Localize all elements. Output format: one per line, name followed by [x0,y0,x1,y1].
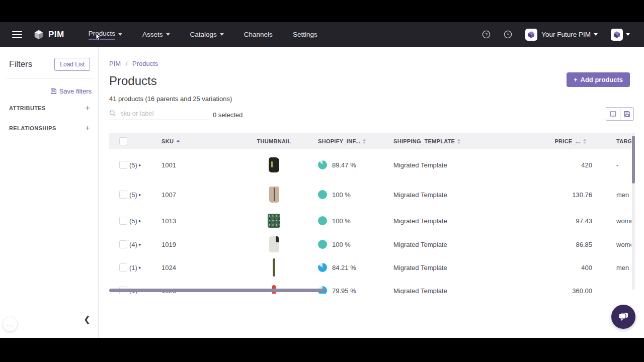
plus-icon[interactable]: + [85,125,90,132]
sidebar-section-relationships[interactable]: RELATIONSHIPS+ [0,118,98,138]
price-cell: 420 [517,161,593,169]
column-label: PRICE_... [554,138,581,144]
chevron-down-icon [626,33,630,36]
row-checkbox[interactable] [119,263,127,272]
shopify-info-cell: 100 % [318,190,393,199]
row-checkbox[interactable] [119,191,127,199]
expand-row-icon[interactable]: ▸ [139,162,141,167]
nav-item-label: Channels [244,31,273,38]
plus-icon[interactable]: + [85,105,90,112]
vertical-scrollbar[interactable] [632,136,635,184]
shopify-info-cell: 84.21 % [318,263,393,272]
save-filters-label: Save filters [59,87,92,95]
chat-support-button[interactable] [611,305,635,329]
row-count-cell: (5)▸ [129,161,162,169]
sort-ascending-icon [176,140,180,142]
column-header-shipping-template[interactable]: SHIPPING_TEMPLATE [393,138,517,144]
thumbnail-cell [230,258,318,277]
product-count-summary: 41 products (16 parents and 25 variation… [109,95,232,103]
column-header-sku[interactable]: SKU [162,138,230,144]
sort-icon [583,139,586,144]
help-icon[interactable]: ? [482,30,491,39]
row-count-cell: (4)▸ [129,241,162,248]
svg-text:?: ? [485,32,488,37]
search-bar [109,107,209,120]
sku-cell: 1013 [162,217,230,225]
completeness-value: 100 % [332,241,351,248]
user-menu[interactable] [611,29,630,41]
row-checkbox[interactable] [119,217,127,225]
sku-cell: 1001 [162,161,230,169]
price-cell: 130.76 [517,191,593,199]
row-checkbox[interactable] [119,161,127,169]
workspace-label: Your Future PIM [541,31,591,38]
filters-title: Filters [9,59,32,69]
product-thumbnail [273,258,275,277]
product-thumbnail [269,236,279,252]
target-cell: men [593,264,631,272]
search-icon [109,110,116,117]
columns-icon [610,111,616,117]
workspace-avatar [525,29,537,41]
table-row[interactable]: (5)▸100189.47 %Migrated Template420- [109,149,631,180]
expand-row-icon[interactable]: ▸ [139,218,141,223]
thumbnail-cell [230,214,318,228]
breadcrumb-root-link[interactable]: PIM [109,60,121,67]
save-filters-link[interactable]: Save filters [0,78,98,98]
search-input[interactable] [120,110,209,117]
nav-item-catalogs[interactable]: Catalogs [184,22,230,47]
column-header-targ: TARG [593,138,631,144]
sku-cell: 1007 [162,191,230,199]
expand-row-icon[interactable]: ▸ [139,265,141,270]
add-products-button[interactable]: + Add products [567,72,630,87]
nav-item-label: Catalogs [190,31,217,38]
row-count: (5) [129,217,137,225]
nav-item-channels[interactable]: Channels [238,22,279,47]
chat-bubbles-icon [617,311,629,323]
thumbnail-cell [230,187,318,203]
completeness-value: 79.95 % [332,287,356,294]
column-view-button[interactable] [606,107,620,121]
save-view-button[interactable] [620,107,634,121]
table-row[interactable]: (5)▸1013100 %Migrated Template97.43wome [109,209,631,233]
chevron-down-icon [220,33,224,36]
workspace-selector[interactable]: Your Future PIM [525,29,598,41]
nav-item-settings[interactable]: Settings [287,22,324,47]
chevron-down-icon [166,33,170,36]
completeness-pie-chart [318,263,327,272]
load-list-button[interactable]: Load List [54,58,90,71]
expand-row-icon[interactable]: ▸ [139,242,141,247]
table-row[interactable]: (4)▸1019100 %Migrated Template86.85wome [109,233,631,256]
nav-item-assets[interactable]: Assets [136,22,176,47]
column-header-price-[interactable]: PRICE_... [517,138,593,144]
column-label: TARG [616,138,631,144]
completeness-value: 89.47 % [332,161,356,169]
completeness-value: 84.21 % [332,264,356,272]
clock-icon[interactable] [504,30,512,39]
price-cell: 400 [517,264,593,272]
completeness-value: 100 % [332,217,351,225]
chevron-down-icon [594,33,598,36]
sidebar-section-attributes[interactable]: ATTRIBUTES+ [0,98,98,118]
table-row[interactable]: (5)▸1007100 %Migrated Template130.76men [109,180,631,209]
breadcrumb-current-link[interactable]: Products [132,60,158,67]
section-label: RELATIONSHIPS [9,125,56,131]
sidebar-collapse-chevron[interactable]: ❮ [84,315,90,324]
save-icon [624,111,630,117]
nav-item-label: Products [89,30,115,40]
row-checkbox[interactable] [119,240,127,248]
select-all-checkbox[interactable] [119,137,127,145]
expand-row-icon[interactable]: ▸ [139,192,141,197]
horizontal-scrollbar[interactable] [109,289,325,292]
more-options-button[interactable]: ... [3,317,17,331]
row-count: (5) [129,161,137,169]
table-row[interactable]: (1)▸102484.21 %Migrated Template400men [109,256,631,279]
nav-item-products[interactable]: Products [83,22,128,47]
page-title: Products [109,74,157,88]
column-label: SHOPIFY_INF... [318,138,360,144]
column-header-shopify-inf-[interactable]: SHOPIFY_INF... [318,138,393,144]
hamburger-menu-icon[interactable] [12,31,22,38]
shopify-info-cell: 89.47 % [318,160,393,169]
main-content: PIM / Products Products 41 products (16 … [99,47,644,338]
section-label: ATTRIBUTES [9,105,46,111]
